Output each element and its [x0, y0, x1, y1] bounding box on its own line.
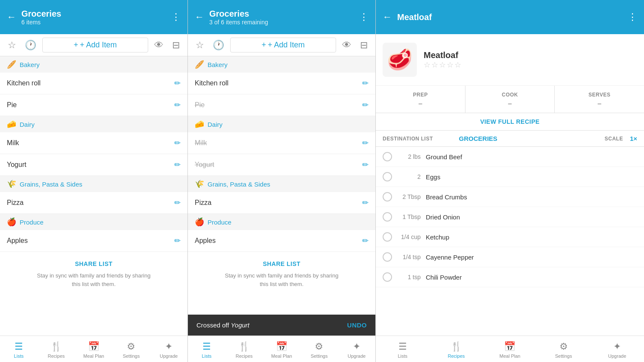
list-item: Milk ✏ — [0, 132, 187, 154]
share-list-btn-panel2[interactable]: SHARE LIST — [195, 260, 369, 267]
list-item: Pie ✏ — [188, 94, 375, 116]
filter-icon-panel1[interactable]: ⊟ — [170, 38, 182, 53]
list-item: Pie ✏ — [0, 94, 187, 116]
panel3-title-block: Meatloaf — [397, 12, 432, 22]
meatloaf-emoji: 🥩 — [387, 48, 413, 72]
ingredient-qty-7: 1 tsp — [397, 274, 421, 280]
ingredient-checkbox-6[interactable] — [383, 252, 392, 262]
destination-value[interactable]: GROCERIES — [459, 135, 598, 142]
ingredient-checkbox-3[interactable] — [383, 192, 392, 201]
eye-icon-panel2[interactable]: 👁 — [340, 38, 354, 53]
nav-settings-p3[interactable]: ⚙ Settings — [537, 339, 591, 360]
ingredient-item: 2 Eggs — [376, 167, 644, 187]
history-icon-panel1[interactable]: 🕐 — [22, 38, 39, 53]
back-icon-panel3[interactable]: ← — [383, 12, 392, 23]
item-pizza-p1: Pizza — [7, 199, 23, 207]
cook-value: – — [472, 99, 548, 107]
edit-icon-milk-p2[interactable]: ✏ — [362, 138, 369, 148]
add-item-btn-panel2[interactable]: + + Add Item — [230, 38, 336, 53]
star-icon-panel2[interactable]: ☆ — [193, 38, 207, 53]
edit-icon-apples-p1[interactable]: ✏ — [174, 236, 181, 245]
nav-settings-p1[interactable]: ⚙ Settings — [112, 339, 150, 360]
star-icon-panel1[interactable]: ☆ — [5, 38, 19, 53]
upgrade-nav-icon-p3: ✦ — [613, 341, 621, 352]
ingredient-checkbox-5[interactable] — [383, 232, 392, 242]
edit-icon-yogurt-p2[interactable]: ✏ — [362, 160, 369, 169]
ingredient-name-1: Ground Beef — [426, 153, 462, 161]
edit-icon-pie-p2[interactable]: ✏ — [362, 100, 369, 110]
list-item: Kitchen roll ✏ — [0, 73, 187, 94]
settings-nav-icon-p1: ⚙ — [127, 341, 135, 352]
share-section-panel2: SHARE LIST Stay in sync with family and … — [188, 252, 375, 297]
ingredient-checkbox-7[interactable] — [383, 272, 392, 282]
ingredient-item: 1 tsp Chili Powder — [376, 267, 644, 287]
item-yogurt-p1: Yogurt — [7, 161, 26, 169]
lists-nav-icon-p2: ☰ — [202, 341, 211, 352]
nav-settings-p2[interactable]: ⚙ Settings — [300, 339, 338, 360]
category-dairy-panel2: 🧀 Dairy — [188, 116, 375, 132]
bakery-label-panel1: Bakery — [20, 61, 40, 68]
lists-nav-label-p2: Lists — [202, 353, 212, 359]
dairy-icon-panel1: 🧀 — [7, 120, 16, 129]
edit-icon-milk-p1[interactable]: ✏ — [174, 138, 181, 148]
settings-nav-label-p1: Settings — [123, 353, 140, 359]
nav-recipes-p2[interactable]: 🍴 Recipes — [225, 339, 263, 360]
more-icon-panel3[interactable]: ⋮ — [628, 12, 637, 23]
ingredient-item: 1/4 cup Ketchup — [376, 227, 644, 247]
meta-prep: PREP – — [376, 86, 465, 113]
nav-recipes-p3[interactable]: 🍴 Recipes — [430, 339, 483, 360]
nav-upgrade-p3[interactable]: ✦ Upgrade — [590, 339, 644, 360]
nav-mealplan-p2[interactable]: 📅 Meal Plan — [263, 339, 301, 360]
recipe-header-section: 🥩 Meatloaf ☆☆☆☆☆ — [376, 34, 644, 86]
back-icon-panel2[interactable]: ← — [195, 12, 204, 23]
history-icon-panel2[interactable]: 🕐 — [210, 38, 227, 53]
item-milk-p1: Milk — [7, 139, 19, 147]
recipes-nav-label-p1: Recipes — [48, 353, 65, 359]
nav-lists-p1[interactable]: ☰ Lists — [0, 339, 38, 360]
edit-icon-kitchen-roll-p1[interactable]: ✏ — [174, 79, 181, 88]
item-milk-p2: Milk — [195, 139, 207, 147]
nav-mealplan-p1[interactable]: 📅 Meal Plan — [75, 339, 113, 360]
edit-icon-pizza-p2[interactable]: ✏ — [362, 198, 369, 207]
scale-label: SCALE — [605, 136, 623, 142]
bottom-nav-panel2: ☰ Lists 🍴 Recipes 📅 Meal Plan ⚙ Settings… — [188, 336, 375, 362]
nav-upgrade-p1[interactable]: ✦ Upgrade — [150, 339, 187, 360]
eye-icon-panel1[interactable]: 👁 — [152, 38, 166, 53]
ingredient-checkbox-1[interactable] — [383, 152, 392, 161]
destination-row: DESTINATION LIST GROCERIES SCALE 1× — [376, 131, 644, 147]
share-list-btn-panel1[interactable]: SHARE LIST — [7, 260, 181, 267]
scale-value[interactable]: 1× — [630, 135, 637, 142]
recipes-nav-label-p2: Recipes — [236, 353, 253, 359]
nav-upgrade-p2[interactable]: ✦ Upgrade — [338, 339, 375, 360]
nav-recipes-p1[interactable]: 🍴 Recipes — [38, 339, 75, 360]
edit-icon-pizza-p1[interactable]: ✏ — [174, 198, 181, 207]
ingredient-name-6: Cayenne Pepper — [426, 254, 474, 261]
edit-icon-apples-p2[interactable]: ✏ — [362, 236, 369, 245]
nav-mealplan-p3[interactable]: 📅 Meal Plan — [483, 339, 537, 360]
ingredient-name-5: Ketchup — [426, 234, 449, 241]
edit-icon-pie-p1[interactable]: ✏ — [174, 100, 181, 110]
edit-icon-kitchen-roll-p2[interactable]: ✏ — [362, 79, 369, 88]
cook-label: COOK — [472, 92, 548, 98]
upgrade-nav-label-p1: Upgrade — [160, 353, 178, 359]
back-icon-panel1[interactable]: ← — [7, 12, 16, 23]
ingredient-checkbox-4[interactable] — [383, 212, 392, 222]
view-full-recipe-btn[interactable]: VIEW FULL RECIPE — [376, 113, 644, 131]
category-grains-panel2: 🌾 Grains, Pasta & Sides — [188, 176, 375, 192]
bakery-label-panel2: Bakery — [208, 61, 228, 68]
panel1-header: ← Groceries 6 items ⋮ — [0, 0, 187, 34]
ingredient-checkbox-2[interactable] — [383, 172, 392, 181]
add-item-label-panel1: + Add Item — [80, 41, 117, 50]
add-item-btn-panel1[interactable]: + + Add Item — [42, 38, 148, 53]
filter-icon-panel2[interactable]: ⊟ — [357, 38, 370, 53]
more-icon-panel1[interactable]: ⋮ — [171, 12, 181, 23]
more-icon-panel2[interactable]: ⋮ — [359, 12, 369, 23]
nav-lists-p2[interactable]: ☰ Lists — [188, 339, 225, 360]
edit-icon-yogurt-p1[interactable]: ✏ — [174, 160, 181, 169]
settings-nav-label-p3: Settings — [555, 353, 572, 359]
grains-label-panel2: Grains, Pasta & Sides — [208, 181, 270, 188]
recipe-title: Meatloaf — [424, 50, 462, 60]
undo-button[interactable]: UNDO — [347, 321, 367, 329]
nav-lists-p3[interactable]: ☰ Lists — [376, 339, 430, 360]
settings-nav-icon-p3: ⚙ — [559, 341, 568, 352]
